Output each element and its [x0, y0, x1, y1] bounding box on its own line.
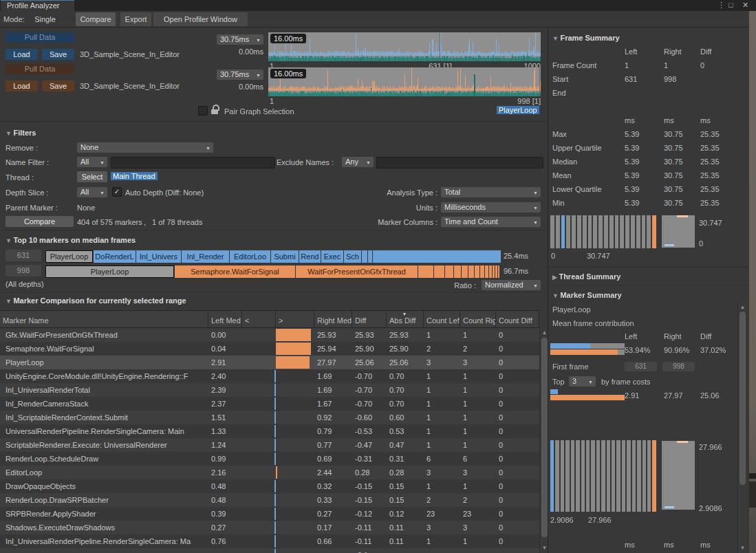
load-button-left[interactable]: Load	[6, 49, 38, 60]
marker-segment[interactable]	[462, 265, 468, 278]
marker-segment[interactable]: Sch	[344, 250, 361, 263]
first-frame-left-button[interactable]: 631	[625, 362, 657, 371]
table-row[interactable]: -0.1	[0, 548, 539, 553]
table-row[interactable]: EditorLoop2.162.440.280.28330	[0, 466, 539, 479]
scroll-up-icon[interactable]: ▲	[738, 304, 747, 310]
frame-time-graph-right[interactable]	[268, 67, 541, 96]
maximize-icon[interactable]: □	[728, 1, 733, 9]
mode-single-button[interactable]: Single	[26, 12, 64, 26]
marker-segment[interactable]: Exec	[321, 250, 343, 263]
table-row[interactable]: UnityEngine.CoreModule.dll!UnityEngine.R…	[0, 369, 539, 383]
table-row[interactable]: Gfx.WaitForPresentOnGfxThread0.0025.9325…	[0, 328, 539, 342]
table-row[interactable]: Shadows.ExecuteDrawShadows0.270.17-0.110…	[0, 521, 539, 534]
column-header[interactable]: Left Med	[208, 311, 242, 327]
table-row[interactable]: Inl_RenderCameraStack2.371.67-0.700.7011…	[0, 397, 539, 411]
marker-segment[interactable]	[498, 265, 499, 278]
column-header[interactable]: ▼Abs Diff	[387, 311, 424, 327]
marker-segment[interactable]	[489, 265, 492, 278]
open-profiler-window-button[interactable]: Open Profiler Window	[153, 12, 248, 26]
marker-segment[interactable]: Inl_Univers	[136, 250, 181, 263]
close-icon[interactable]: ✕	[742, 1, 748, 10]
name-filter-mode-dropdown[interactable]: All▼	[77, 157, 107, 167]
marker-segment[interactable]	[445, 265, 453, 278]
range-dropdown-right[interactable]: 30.75ms▼	[217, 69, 263, 80]
thread-value-chip[interactable]: Main Thread	[111, 172, 158, 180]
save-button-left[interactable]: Save	[42, 49, 74, 60]
auto-depth-checkbox[interactable]: ✓	[112, 187, 122, 197]
marker-summary-header[interactable]: ▼ Marker Summary	[552, 291, 622, 299]
column-header[interactable]: Count Left	[424, 311, 460, 327]
marker-segment[interactable]	[475, 265, 479, 278]
marker-segment[interactable]	[362, 250, 367, 263]
table-row[interactable]: Inl_ScriptableRenderContext.Submit1.510.…	[0, 411, 539, 424]
lock-icon[interactable]	[211, 104, 221, 115]
table-row[interactable]: Semaphore.WaitForSignal0.0425.9425.9025.…	[0, 342, 539, 356]
frame-summary-histogram[interactable]	[550, 215, 656, 248]
range-dropdown-left[interactable]: 30.75ms▼	[217, 34, 263, 45]
marker-segment[interactable]: EditorLoo	[230, 250, 270, 263]
exclude-names-input[interactable]	[376, 157, 543, 169]
pull-data-button-right[interactable]: Pull Data	[6, 64, 74, 74]
marker-segment[interactable]: PlayerLoop	[45, 250, 93, 263]
marker-segment[interactable]	[434, 265, 444, 278]
scroll-down-icon[interactable]: ▼	[738, 545, 747, 551]
exclude-mode-dropdown[interactable]: Any▼	[342, 157, 374, 167]
kebab-menu-icon[interactable]: ⋮	[717, 1, 725, 10]
marker-segment[interactable]: Semaphore.WaitForSignal	[175, 265, 295, 278]
marker-summary-histogram[interactable]	[550, 440, 656, 512]
column-header[interactable]: >	[276, 311, 314, 327]
column-header[interactable]: Right Med	[314, 311, 352, 327]
depth-slice-dropdown[interactable]: All▼	[77, 187, 107, 197]
window-tab[interactable]: Profile Analyzer	[1, 0, 74, 11]
units-dropdown[interactable]: Milliseconds▼	[441, 202, 541, 213]
pull-data-button-left[interactable]: Pull Data	[6, 32, 74, 43]
save-button-right[interactable]: Save	[42, 80, 74, 91]
marker-segment[interactable]	[495, 265, 497, 278]
ratio-dropdown[interactable]: Normalized▼	[482, 280, 541, 290]
marker-segment[interactable]	[485, 265, 488, 278]
table-row[interactable]: RenderLoop.DrawSRPBatcher0.480.33-0.150.…	[0, 493, 539, 507]
frame-button-998[interactable]: 998	[6, 265, 41, 276]
table-row[interactable]: UniversalRenderPipeline.RenderSingleCame…	[0, 424, 539, 438]
frame-summary-header[interactable]: ▼ Frame Summary	[552, 34, 620, 42]
comparison-table-header[interactable]: Marker NameLeft Med<>Right MedDiff▼Abs D…	[0, 310, 539, 328]
top10-header[interactable]: ▼ Top 10 markers on median frames	[6, 236, 136, 244]
marker-summary-boxplot[interactable]	[662, 441, 695, 510]
marker-segment[interactable]: Inl_Render	[182, 250, 229, 263]
frame-button-631[interactable]: 631	[6, 250, 41, 261]
graph-selection-chip[interactable]: PlayerLoop	[497, 106, 539, 114]
marker-segment[interactable]	[480, 265, 484, 278]
column-header[interactable]: <	[242, 311, 276, 327]
marker-segment[interactable]	[493, 265, 495, 278]
thread-summary-header[interactable]: ▶ Thread Summary	[552, 272, 620, 281]
marker-columns-dropdown[interactable]: Time and Count▼	[441, 217, 541, 227]
table-row[interactable]: DrawOpaqueObjects0.480.32-0.150.15110	[0, 479, 539, 493]
table-scrollbar-thumb[interactable]	[541, 338, 548, 537]
table-row[interactable]: Inl_UniversalRenderTotal2.391.69-0.700.7…	[0, 383, 539, 397]
name-filter-input[interactable]	[111, 157, 275, 169]
thread-select-button[interactable]: Select	[77, 171, 107, 182]
mode-compare-button[interactable]: Compare	[76, 12, 116, 26]
marker-segment[interactable]	[454, 265, 461, 278]
filters-header[interactable]: ▼ Filters	[6, 129, 36, 137]
table-row[interactable]: PlayerLoop2.9127.9725.0625.06330	[0, 356, 539, 369]
marker-comparison-header[interactable]: ▼ Marker Comparison for currently select…	[6, 296, 186, 305]
marker-segment[interactable]	[373, 250, 501, 263]
table-row[interactable]: ScriptableRenderer.Execute: UniversalRen…	[0, 438, 539, 452]
top-n-dropdown[interactable]: 3▼	[569, 376, 596, 387]
table-row[interactable]: RenderLoop.ScheduleDraw0.990.69-0.310.31…	[0, 452, 539, 466]
load-button-right[interactable]: Load	[6, 80, 38, 91]
remove-dropdown[interactable]: None▼	[77, 142, 213, 153]
table-row[interactable]: Inl_UniversalRenderPipeline.RenderSingle…	[0, 534, 539, 548]
marker-segment[interactable]	[368, 250, 372, 263]
marker-segment[interactable]: Rend	[299, 250, 321, 263]
marker-segment[interactable]	[418, 265, 433, 278]
marker-segment[interactable]: PlayerLoop	[45, 265, 174, 278]
analysis-type-dropdown[interactable]: Total▼	[441, 187, 541, 197]
marker-segment[interactable]: Submi	[271, 250, 299, 263]
column-header[interactable]: Diff	[352, 311, 387, 327]
marker-segment[interactable]: DoRenderL	[94, 250, 136, 263]
export-button[interactable]: Export	[120, 12, 151, 26]
frame-summary-boxplot[interactable]	[662, 215, 695, 248]
frame-time-graph-left[interactable]	[268, 32, 541, 61]
